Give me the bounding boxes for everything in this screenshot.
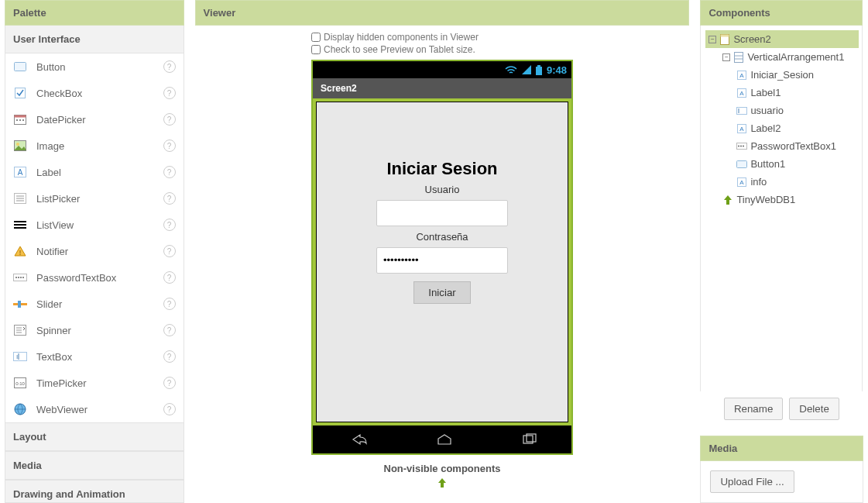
palette-item-listpicker[interactable]: ListPicker ?: [5, 185, 184, 212]
palette-item-timepicker[interactable]: 0:10 TimePicker ?: [5, 370, 184, 396]
palette-category-drawing[interactable]: Drawing and Animation: [5, 480, 184, 503]
help-icon[interactable]: ?: [163, 403, 176, 415]
help-icon[interactable]: ?: [163, 245, 176, 257]
palette-item-slider[interactable]: Slider ?: [5, 291, 184, 317]
home-icon[interactable]: [435, 433, 454, 446]
svg-text:A: A: [740, 90, 745, 97]
app-heading-label[interactable]: Iniciar Sesion: [386, 159, 497, 179]
tree-item-label: info: [750, 176, 767, 188]
palette-item-label: Spinner: [36, 325, 154, 336]
collapse-icon[interactable]: −: [708, 36, 716, 43]
delete-button[interactable]: Delete: [789, 398, 839, 420]
palette-category-user-interface[interactable]: User Interface: [5, 26, 184, 53]
svg-rect-36: [536, 67, 542, 75]
svg-rect-37: [537, 65, 540, 67]
help-icon[interactable]: ?: [163, 324, 176, 336]
upload-file-button[interactable]: Upload File ...: [710, 470, 794, 493]
notifier-icon: !: [13, 244, 27, 258]
help-icon[interactable]: ?: [163, 219, 176, 231]
tree-item-passwordtextbox1[interactable]: PasswordTextBox1: [733, 137, 859, 155]
palette-category-media[interactable]: Media: [5, 451, 184, 480]
user-label[interactable]: Usuario: [425, 184, 460, 195]
back-icon[interactable]: [346, 433, 368, 446]
help-icon[interactable]: ?: [163, 60, 176, 73]
palette-item-datepicker[interactable]: DatePicker ?: [5, 106, 184, 133]
recent-icon[interactable]: [521, 433, 538, 446]
textbox-icon: [736, 105, 747, 116]
help-icon[interactable]: ?: [163, 298, 176, 310]
palette-item-label[interactable]: A Label ?: [5, 159, 184, 185]
help-icon[interactable]: ?: [163, 271, 176, 284]
svg-rect-57: [737, 160, 747, 167]
viewer-title: Viewer: [195, 0, 690, 26]
tree-item-iniciar-sesion[interactable]: AIniciar_Sesion: [733, 66, 859, 84]
help-icon[interactable]: ?: [163, 113, 176, 126]
password-input[interactable]: [376, 247, 508, 274]
nonvisible-title: Non-visible components: [384, 463, 501, 474]
tree-item-label: VerticalArrangement1: [747, 51, 844, 63]
rename-button[interactable]: Rename: [724, 398, 783, 420]
palette-item-webviewer[interactable]: WebViewer ?: [5, 396, 184, 422]
svg-point-21: [18, 277, 19, 278]
palette-item-label: TimePicker: [36, 377, 154, 389]
palette-item-image[interactable]: Image ?: [5, 133, 184, 159]
help-icon[interactable]: ?: [163, 140, 176, 152]
palette-item-password[interactable]: PasswordTextBox ?: [5, 264, 184, 291]
tinywebdb-icon: [722, 195, 733, 205]
slider-icon: [13, 297, 27, 311]
phone-frame: 9:48 Screen2 Iniciar Sesion Usuario Cont…: [311, 60, 573, 455]
tree-item-screen2[interactable]: − Screen2: [705, 30, 859, 48]
help-icon[interactable]: ?: [163, 166, 176, 178]
viewer-option-hidden[interactable]: Display hidden components in Viewer: [311, 32, 573, 43]
svg-point-55: [740, 146, 742, 147]
image-icon: [13, 139, 27, 153]
webviewer-icon: [13, 402, 27, 416]
login-button[interactable]: Iniciar: [413, 281, 471, 304]
palette-category-layout[interactable]: Layout: [5, 422, 184, 451]
help-icon[interactable]: ?: [163, 350, 176, 363]
svg-rect-5: [19, 119, 21, 121]
viewer-option-tablet[interactable]: Check to see Preview on Tablet size.: [311, 44, 573, 55]
palette-item-textbox[interactable]: I TextBox ?: [5, 343, 184, 370]
help-icon[interactable]: ?: [163, 377, 176, 389]
help-icon[interactable]: ?: [163, 87, 176, 99]
password-label[interactable]: Contraseña: [416, 231, 468, 243]
vertical-arrangement[interactable]: Iniciar Sesion Usuario Contraseña Inicia…: [316, 102, 568, 422]
datepicker-icon: [13, 112, 27, 126]
components-panel: Components − Screen2 −: [700, 0, 863, 426]
nonvisible-component-icon[interactable]: [437, 477, 448, 488]
hidden-components-checkbox[interactable]: [311, 33, 321, 42]
tree-item-button1[interactable]: Button1: [733, 155, 859, 173]
palette-item-checkbox[interactable]: CheckBox ?: [5, 80, 184, 106]
palette-item-spinner[interactable]: Spinner ?: [5, 317, 184, 343]
svg-rect-3: [15, 115, 26, 118]
tree-item-label2[interactable]: ALabel2: [733, 119, 859, 137]
palette-item-label: DatePicker: [36, 114, 154, 126]
palette-title: Palette: [5, 0, 184, 26]
palette-item-listview[interactable]: ListView ?: [5, 212, 184, 238]
password-icon: [13, 270, 27, 284]
viewer-body: Display hidden components in Viewer Chec…: [195, 26, 690, 503]
palette-item-button[interactable]: Button ?: [5, 53, 184, 80]
tablet-preview-checkbox[interactable]: [311, 45, 321, 54]
user-input[interactable]: [376, 200, 508, 226]
tree-item-usuario[interactable]: usuario: [733, 102, 859, 119]
label-icon: A: [736, 88, 747, 98]
help-icon[interactable]: ?: [163, 192, 176, 205]
status-bar: 9:48: [313, 61, 571, 78]
viewer-option-hidden-label: Display hidden components in Viewer: [324, 32, 479, 43]
tree-item-label: Screen2: [733, 33, 770, 45]
tree-item-tinywebdb1[interactable]: TinyWebDB1: [719, 191, 859, 208]
svg-point-54: [738, 146, 739, 147]
collapse-icon[interactable]: −: [722, 53, 730, 61]
label-icon: A: [736, 123, 747, 134]
label-icon: A: [736, 177, 747, 188]
screen-area[interactable]: Iniciar Sesion Usuario Contraseña Inicia…: [313, 98, 571, 425]
tree-item-label: usuario: [750, 105, 784, 116]
tree-item-info[interactable]: Ainfo: [733, 173, 859, 191]
svg-point-20: [15, 277, 17, 278]
svg-rect-41: [721, 34, 729, 36]
palette-item-notifier[interactable]: ! Notifier ?: [5, 238, 184, 264]
tree-item-verticalarrangement1[interactable]: − VerticalArrangement1: [719, 48, 859, 66]
tree-item-label1[interactable]: ALabel1: [733, 84, 859, 102]
